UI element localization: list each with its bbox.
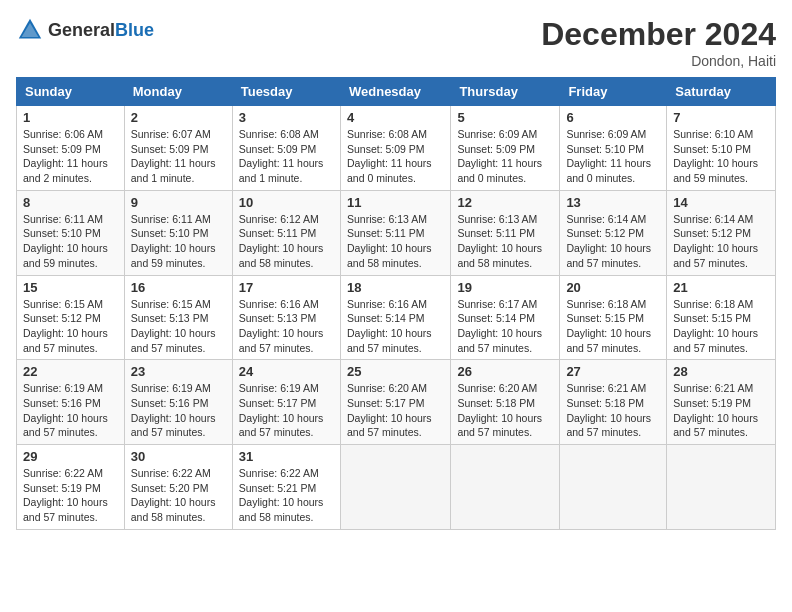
day-info: Sunrise: 6:22 AM Sunset: 5:20 PM Dayligh… [131, 466, 226, 525]
table-row: 28 Sunrise: 6:21 AM Sunset: 5:19 PM Dayl… [667, 360, 776, 445]
day-info: Sunrise: 6:22 AM Sunset: 5:21 PM Dayligh… [239, 466, 334, 525]
table-row: 11 Sunrise: 6:13 AM Sunset: 5:11 PM Dayl… [340, 190, 450, 275]
table-row: 18 Sunrise: 6:16 AM Sunset: 5:14 PM Dayl… [340, 275, 450, 360]
col-saturday: Saturday [667, 78, 776, 106]
location-title: Dondon, Haiti [541, 53, 776, 69]
day-number: 17 [239, 280, 334, 295]
day-info: Sunrise: 6:09 AM Sunset: 5:10 PM Dayligh… [566, 127, 660, 186]
table-row: 29 Sunrise: 6:22 AM Sunset: 5:19 PM Dayl… [17, 445, 125, 530]
day-number: 1 [23, 110, 118, 125]
table-row [340, 445, 450, 530]
table-row: 15 Sunrise: 6:15 AM Sunset: 5:12 PM Dayl… [17, 275, 125, 360]
day-info: Sunrise: 6:15 AM Sunset: 5:13 PM Dayligh… [131, 297, 226, 356]
logo-text: GeneralBlue [48, 20, 154, 41]
day-number: 6 [566, 110, 660, 125]
title-block: December 2024 Dondon, Haiti [541, 16, 776, 69]
table-row: 22 Sunrise: 6:19 AM Sunset: 5:16 PM Dayl… [17, 360, 125, 445]
day-number: 3 [239, 110, 334, 125]
table-row: 20 Sunrise: 6:18 AM Sunset: 5:15 PM Dayl… [560, 275, 667, 360]
day-info: Sunrise: 6:12 AM Sunset: 5:11 PM Dayligh… [239, 212, 334, 271]
day-number: 25 [347, 364, 444, 379]
calendar-week-row: 29 Sunrise: 6:22 AM Sunset: 5:19 PM Dayl… [17, 445, 776, 530]
table-row: 21 Sunrise: 6:18 AM Sunset: 5:15 PM Dayl… [667, 275, 776, 360]
day-info: Sunrise: 6:19 AM Sunset: 5:16 PM Dayligh… [23, 381, 118, 440]
day-number: 15 [23, 280, 118, 295]
calendar-table: Sunday Monday Tuesday Wednesday Thursday… [16, 77, 776, 530]
table-row: 6 Sunrise: 6:09 AM Sunset: 5:10 PM Dayli… [560, 106, 667, 191]
day-number: 29 [23, 449, 118, 464]
day-info: Sunrise: 6:06 AM Sunset: 5:09 PM Dayligh… [23, 127, 118, 186]
day-info: Sunrise: 6:21 AM Sunset: 5:18 PM Dayligh… [566, 381, 660, 440]
day-number: 8 [23, 195, 118, 210]
day-number: 20 [566, 280, 660, 295]
day-info: Sunrise: 6:22 AM Sunset: 5:19 PM Dayligh… [23, 466, 118, 525]
day-number: 2 [131, 110, 226, 125]
day-info: Sunrise: 6:17 AM Sunset: 5:14 PM Dayligh… [457, 297, 553, 356]
month-title: December 2024 [541, 16, 776, 53]
day-info: Sunrise: 6:16 AM Sunset: 5:13 PM Dayligh… [239, 297, 334, 356]
day-info: Sunrise: 6:21 AM Sunset: 5:19 PM Dayligh… [673, 381, 769, 440]
table-row: 8 Sunrise: 6:11 AM Sunset: 5:10 PM Dayli… [17, 190, 125, 275]
table-row: 4 Sunrise: 6:08 AM Sunset: 5:09 PM Dayli… [340, 106, 450, 191]
col-monday: Monday [124, 78, 232, 106]
page-header: GeneralBlue December 2024 Dondon, Haiti [16, 16, 776, 69]
table-row: 16 Sunrise: 6:15 AM Sunset: 5:13 PM Dayl… [124, 275, 232, 360]
calendar-week-row: 1 Sunrise: 6:06 AM Sunset: 5:09 PM Dayli… [17, 106, 776, 191]
table-row: 12 Sunrise: 6:13 AM Sunset: 5:11 PM Dayl… [451, 190, 560, 275]
day-number: 12 [457, 195, 553, 210]
day-number: 4 [347, 110, 444, 125]
day-info: Sunrise: 6:18 AM Sunset: 5:15 PM Dayligh… [566, 297, 660, 356]
table-row: 2 Sunrise: 6:07 AM Sunset: 5:09 PM Dayli… [124, 106, 232, 191]
table-row: 17 Sunrise: 6:16 AM Sunset: 5:13 PM Dayl… [232, 275, 340, 360]
day-number: 26 [457, 364, 553, 379]
day-number: 19 [457, 280, 553, 295]
table-row [451, 445, 560, 530]
day-info: Sunrise: 6:11 AM Sunset: 5:10 PM Dayligh… [23, 212, 118, 271]
table-row: 25 Sunrise: 6:20 AM Sunset: 5:17 PM Dayl… [340, 360, 450, 445]
table-row: 19 Sunrise: 6:17 AM Sunset: 5:14 PM Dayl… [451, 275, 560, 360]
col-tuesday: Tuesday [232, 78, 340, 106]
day-number: 23 [131, 364, 226, 379]
day-info: Sunrise: 6:10 AM Sunset: 5:10 PM Dayligh… [673, 127, 769, 186]
table-row: 26 Sunrise: 6:20 AM Sunset: 5:18 PM Dayl… [451, 360, 560, 445]
day-info: Sunrise: 6:08 AM Sunset: 5:09 PM Dayligh… [347, 127, 444, 186]
day-info: Sunrise: 6:20 AM Sunset: 5:17 PM Dayligh… [347, 381, 444, 440]
day-info: Sunrise: 6:18 AM Sunset: 5:15 PM Dayligh… [673, 297, 769, 356]
day-info: Sunrise: 6:09 AM Sunset: 5:09 PM Dayligh… [457, 127, 553, 186]
calendar-header-row: Sunday Monday Tuesday Wednesday Thursday… [17, 78, 776, 106]
day-info: Sunrise: 6:14 AM Sunset: 5:12 PM Dayligh… [566, 212, 660, 271]
table-row: 9 Sunrise: 6:11 AM Sunset: 5:10 PM Dayli… [124, 190, 232, 275]
logo: GeneralBlue [16, 16, 154, 44]
table-row: 27 Sunrise: 6:21 AM Sunset: 5:18 PM Dayl… [560, 360, 667, 445]
table-row: 31 Sunrise: 6:22 AM Sunset: 5:21 PM Dayl… [232, 445, 340, 530]
day-number: 14 [673, 195, 769, 210]
table-row [560, 445, 667, 530]
day-number: 7 [673, 110, 769, 125]
day-info: Sunrise: 6:19 AM Sunset: 5:17 PM Dayligh… [239, 381, 334, 440]
day-info: Sunrise: 6:07 AM Sunset: 5:09 PM Dayligh… [131, 127, 226, 186]
day-number: 27 [566, 364, 660, 379]
day-number: 24 [239, 364, 334, 379]
table-row: 30 Sunrise: 6:22 AM Sunset: 5:20 PM Dayl… [124, 445, 232, 530]
calendar-week-row: 22 Sunrise: 6:19 AM Sunset: 5:16 PM Dayl… [17, 360, 776, 445]
day-info: Sunrise: 6:15 AM Sunset: 5:12 PM Dayligh… [23, 297, 118, 356]
day-number: 28 [673, 364, 769, 379]
logo-blue: Blue [115, 20, 154, 40]
day-number: 30 [131, 449, 226, 464]
day-number: 9 [131, 195, 226, 210]
table-row: 13 Sunrise: 6:14 AM Sunset: 5:12 PM Dayl… [560, 190, 667, 275]
logo-general: General [48, 20, 115, 40]
table-row [667, 445, 776, 530]
day-info: Sunrise: 6:14 AM Sunset: 5:12 PM Dayligh… [673, 212, 769, 271]
table-row: 24 Sunrise: 6:19 AM Sunset: 5:17 PM Dayl… [232, 360, 340, 445]
calendar-week-row: 15 Sunrise: 6:15 AM Sunset: 5:12 PM Dayl… [17, 275, 776, 360]
day-number: 10 [239, 195, 334, 210]
day-info: Sunrise: 6:19 AM Sunset: 5:16 PM Dayligh… [131, 381, 226, 440]
col-friday: Friday [560, 78, 667, 106]
table-row: 23 Sunrise: 6:19 AM Sunset: 5:16 PM Dayl… [124, 360, 232, 445]
day-number: 21 [673, 280, 769, 295]
col-thursday: Thursday [451, 78, 560, 106]
day-info: Sunrise: 6:20 AM Sunset: 5:18 PM Dayligh… [457, 381, 553, 440]
calendar-week-row: 8 Sunrise: 6:11 AM Sunset: 5:10 PM Dayli… [17, 190, 776, 275]
day-info: Sunrise: 6:11 AM Sunset: 5:10 PM Dayligh… [131, 212, 226, 271]
